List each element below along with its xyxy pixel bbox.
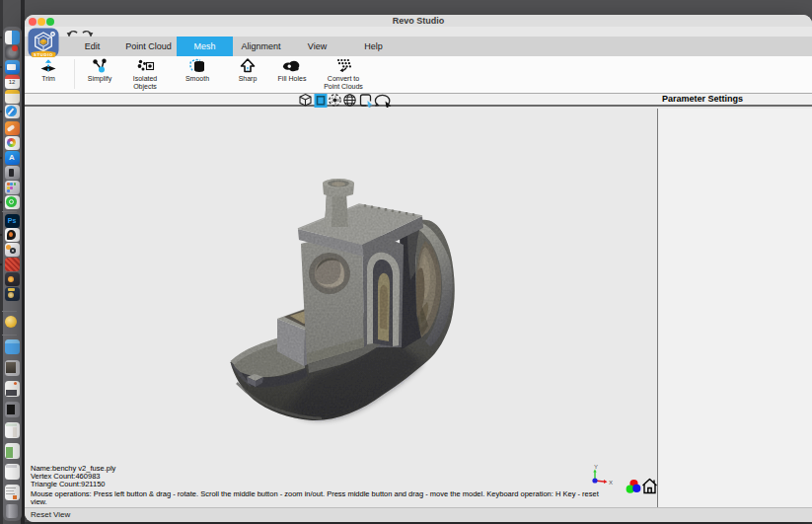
svg-text:STUDIO: STUDIO [34,52,53,57]
